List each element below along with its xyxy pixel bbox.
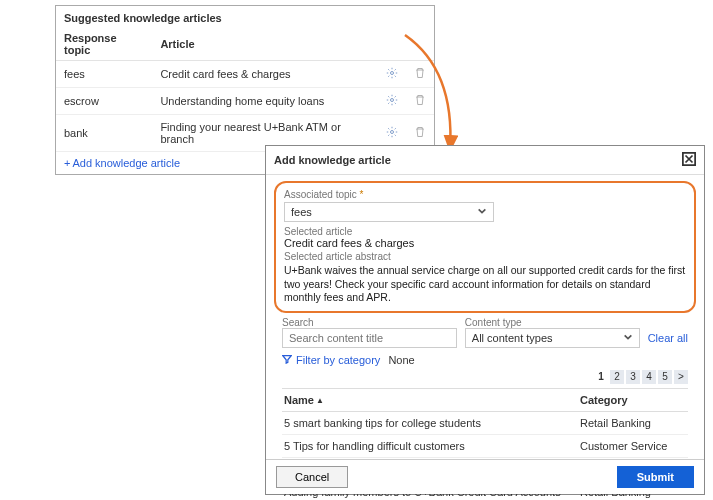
table-row: escrowUnderstanding home equity loans: [56, 88, 434, 115]
filter-by-category[interactable]: Filter by category None: [266, 348, 704, 368]
topic-cell: escrow: [56, 88, 152, 115]
page-1: 1: [594, 370, 608, 384]
col-topic: Response topic: [56, 28, 152, 61]
suggested-articles-table: Response topic Article feesCredit card f…: [56, 28, 434, 152]
chevron-down-icon: [477, 206, 487, 218]
result-category: Customer Service: [578, 434, 688, 457]
gear-icon[interactable]: [386, 96, 398, 108]
page-next[interactable]: >: [674, 370, 688, 384]
clear-all-link[interactable]: Clear all: [648, 332, 688, 348]
col-name-header[interactable]: Name: [282, 388, 578, 411]
result-row[interactable]: 5 Tips for handling difficult customersC…: [282, 434, 688, 457]
selected-article-abstract: U+Bank waives the annual service charge …: [284, 264, 686, 305]
svg-point-2: [391, 131, 394, 134]
svg-point-1: [391, 99, 394, 102]
trash-icon[interactable]: [414, 128, 426, 140]
add-article-modal: Add knowledge article Associated topic *…: [265, 145, 705, 495]
search-input[interactable]: [282, 328, 457, 348]
panel-title: Suggested knowledge articles: [56, 6, 434, 28]
associated-topic-section: Associated topic * fees Selected article…: [274, 181, 696, 313]
result-category: Retail Banking: [578, 411, 688, 434]
gear-icon[interactable]: [386, 69, 398, 81]
table-row: feesCredit card fees & charges: [56, 61, 434, 88]
modal-title: Add knowledge article: [274, 154, 391, 166]
filter-icon: [282, 354, 292, 366]
result-name: 5 Tips for handling difficult customers: [282, 434, 578, 457]
col-article: Article: [152, 28, 378, 61]
svg-point-0: [391, 72, 394, 75]
chevron-down-icon: [623, 332, 633, 344]
article-cell: Understanding home equity loans: [152, 88, 378, 115]
selected-article: Credit card fees & charges: [284, 237, 686, 249]
result-row[interactable]: 5 smart banking tips for college student…: [282, 411, 688, 434]
page-4[interactable]: 4: [642, 370, 656, 384]
cancel-button[interactable]: Cancel: [276, 466, 348, 488]
article-cell: Credit card fees & charges: [152, 61, 378, 88]
pagination: 12345>: [266, 368, 704, 388]
topic-cell: fees: [56, 61, 152, 88]
trash-icon[interactable]: [414, 96, 426, 108]
col-category-header[interactable]: Category: [578, 388, 688, 411]
topic-cell: bank: [56, 115, 152, 152]
trash-icon[interactable]: [414, 69, 426, 81]
page-5[interactable]: 5: [658, 370, 672, 384]
page-2[interactable]: 2: [610, 370, 624, 384]
submit-button[interactable]: Submit: [617, 466, 694, 488]
content-type-select[interactable]: All content types: [465, 328, 640, 348]
page-3[interactable]: 3: [626, 370, 640, 384]
associated-topic-select[interactable]: fees: [284, 202, 494, 222]
gear-icon[interactable]: [386, 128, 398, 140]
close-icon[interactable]: [682, 152, 696, 168]
result-name: 5 smart banking tips for college student…: [282, 411, 578, 434]
